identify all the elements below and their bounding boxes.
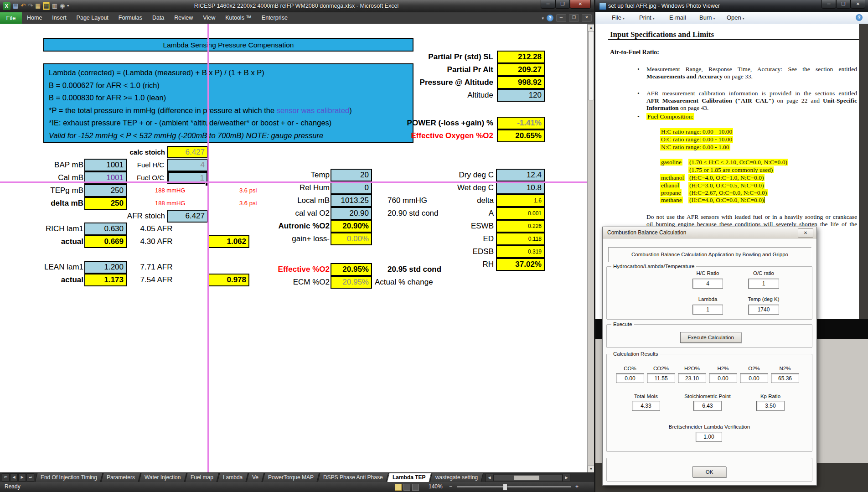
zoom-slider-thumb[interactable] xyxy=(503,484,507,491)
menu-open[interactable]: Open▾ xyxy=(727,12,744,25)
redo-icon[interactable]: ↷ xyxy=(28,2,33,10)
dry-cell[interactable]: 12.4 xyxy=(496,169,545,181)
calc-stoich-cell[interactable]: 6.427 xyxy=(167,146,208,158)
rel-hum-cell[interactable]: 0 xyxy=(331,181,372,194)
info-box[interactable]: Lambda (corrected) = (Lambda (measured) … xyxy=(43,63,413,143)
workbook-minimize-icon[interactable]: ─ xyxy=(556,14,566,22)
power-cell[interactable]: -1.41% xyxy=(497,117,545,129)
temp-cell[interactable]: 20 xyxy=(331,169,372,181)
lambda-input[interactable]: 1 xyxy=(692,305,723,315)
ed-cell[interactable]: 0.118 xyxy=(496,233,545,245)
tab-kutools[interactable]: Kutools ™ xyxy=(220,12,257,24)
bap-cell[interactable]: 1001 xyxy=(84,159,127,171)
restore-button[interactable]: ❐ xyxy=(555,0,570,9)
scroll-up-icon[interactable]: ▲ xyxy=(588,24,594,31)
altitude-cell[interactable]: 120 xyxy=(497,89,545,102)
tab-data[interactable]: Data xyxy=(147,12,169,24)
view-normal-icon[interactable] xyxy=(395,484,402,492)
prev-sheet-icon[interactable]: ◀ xyxy=(10,473,18,482)
tab-review[interactable]: Review xyxy=(169,12,198,24)
delta-cell[interactable]: 1.6 xyxy=(496,194,545,207)
partial-pr-std-cell[interactable]: 212.28 xyxy=(497,51,545,63)
execute-calculation-button[interactable]: Execute Calculation xyxy=(680,332,741,343)
menu-email[interactable]: E-mail xyxy=(669,12,686,24)
gain-loss-cell[interactable]: 0.00% xyxy=(331,233,372,245)
sheet-tab-end-of-injection-timing[interactable]: End Of Injection Timing xyxy=(35,473,103,482)
delta-mb-cell[interactable]: 250 xyxy=(84,197,127,210)
dialog-close-icon[interactable]: ✕ xyxy=(798,228,813,238)
sheet-tab-fuel-map[interactable]: Fuel map xyxy=(185,473,219,482)
tab-view[interactable]: View xyxy=(198,12,220,24)
help-icon[interactable]: ? xyxy=(547,15,553,21)
ribbon-dropdown-icon[interactable]: ▾ xyxy=(542,16,544,21)
border-grid-icon[interactable]: ▥ xyxy=(52,2,57,10)
sheet-tab-lambda-tep-active[interactable]: Lambda TEP xyxy=(387,473,431,482)
sheet-header-cell[interactable]: Lambda Sensing Pressure Compensation xyxy=(43,38,413,52)
view-page-layout-icon[interactable] xyxy=(403,484,410,492)
ok-button[interactable]: OK xyxy=(692,466,726,477)
tab-page-layout[interactable]: Page Layout xyxy=(72,12,114,24)
oc-ratio-input[interactable]: 1 xyxy=(748,279,779,289)
qat-dropdown-icon[interactable]: ▾ xyxy=(67,2,69,10)
tab-file[interactable]: File xyxy=(0,12,22,24)
tepg-cell[interactable]: 250 xyxy=(84,184,127,197)
edsb-cell[interactable]: 0.319 xyxy=(496,245,545,258)
zoom-slider-track[interactable] xyxy=(457,486,571,487)
close-button[interactable]: ✕ xyxy=(570,0,591,9)
afr-stoich-cell[interactable]: 6.427 xyxy=(167,210,208,223)
tab-home[interactable]: Home xyxy=(22,12,47,24)
zoom-out-icon[interactable]: − xyxy=(449,483,452,490)
lean-actual-cell[interactable]: 1.173 xyxy=(84,274,127,286)
local-mb-cell[interactable]: 1013.25 xyxy=(331,194,372,207)
viewer-maximize-button[interactable]: ❐ xyxy=(836,0,851,9)
horizontal-scroll-thumb[interactable] xyxy=(514,476,539,480)
workbook-close-icon[interactable]: ✕ xyxy=(582,14,592,22)
paste-icon[interactable]: ▦ xyxy=(35,2,41,10)
eswb-cell[interactable]: 0.226 xyxy=(496,220,545,233)
sheet-tab-parameters[interactable]: Parameters xyxy=(101,473,141,482)
zoom-in-icon[interactable]: + xyxy=(575,483,579,490)
horizontal-scrollbar[interactable]: ◀ ▶ xyxy=(486,475,570,481)
lean-factor-cell[interactable]: 0.978 xyxy=(207,274,249,286)
first-sheet-icon[interactable]: ⏮ xyxy=(2,473,10,482)
autronic-cell[interactable]: 20.90% xyxy=(331,220,372,233)
lean-lam1-cell[interactable]: 1.200 xyxy=(84,261,127,274)
dialog-title-bar[interactable]: Combustion Balance Calculation xyxy=(603,227,816,238)
menu-print[interactable]: Print▾ xyxy=(639,12,655,25)
temp-k-input[interactable]: 1740 xyxy=(748,305,779,315)
camera-icon[interactable]: ◉ xyxy=(60,2,65,10)
vertical-scroll-thumb[interactable] xyxy=(588,31,594,100)
tab-enterprise[interactable]: Enterprise xyxy=(257,12,293,24)
rich-actual-cell[interactable]: 0.669 xyxy=(84,235,127,248)
viewer-help-icon[interactable]: ? xyxy=(856,14,863,21)
hc-ratio-input[interactable]: 4 xyxy=(692,279,723,289)
sheet-tab-wastegate-setting[interactable]: wastegate setting xyxy=(429,473,483,482)
partial-pr-alt-cell[interactable]: 209.27 xyxy=(497,63,545,76)
sheet-tab-powertorque-map[interactable]: PowerTorque MAP xyxy=(263,473,320,482)
tab-insert[interactable]: Insert xyxy=(47,12,71,24)
wet-cell[interactable]: 10.8 xyxy=(496,181,545,194)
scroll-down-icon[interactable]: ▼ xyxy=(588,466,594,473)
pressure-altitude-cell[interactable]: 998.92 xyxy=(497,76,545,89)
scroll-left-icon[interactable]: ◀ xyxy=(486,474,493,482)
viewer-close-button[interactable]: ✕ xyxy=(851,0,865,9)
tab-formulas[interactable]: Formulas xyxy=(114,12,147,24)
rh-cell[interactable]: 37.02% xyxy=(496,258,545,271)
effective-oxygen-cell[interactable]: 20.65% xyxy=(497,129,545,142)
last-sheet-icon[interactable]: ⏭ xyxy=(26,473,34,482)
fuel-hc-cell[interactable]: 4 xyxy=(167,159,208,171)
zoom-level[interactable]: 140% xyxy=(429,483,443,490)
worksheet[interactable]: Lambda Sensing Pressure Compensation Lam… xyxy=(0,24,587,472)
menu-burn[interactable]: Burn▾ xyxy=(699,12,715,25)
view-page-break-icon[interactable] xyxy=(412,484,419,492)
sheet-tab-dsps-phase-anti-phase[interactable]: DSPS Phase Anti Phase xyxy=(318,473,389,482)
scroll-right-icon[interactable]: ▶ xyxy=(563,474,570,482)
sheet-tab-lambda[interactable]: Lambda xyxy=(217,473,248,482)
ecm-o2-cell[interactable]: 20.95% xyxy=(331,276,372,289)
next-sheet-icon[interactable]: ▶ xyxy=(18,473,26,482)
workbook-restore-icon[interactable]: ❐ xyxy=(569,14,579,22)
minimize-button[interactable]: ─ xyxy=(541,0,555,9)
sheet-tab-ve[interactable]: Ve xyxy=(247,473,264,482)
menu-file[interactable]: File▾ xyxy=(612,12,625,25)
a-cell[interactable]: 0.001 xyxy=(496,207,545,220)
